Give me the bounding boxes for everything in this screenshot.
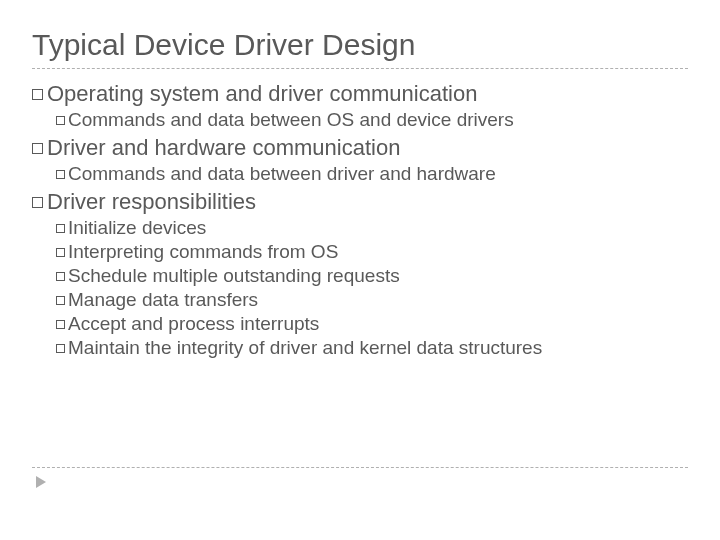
bullet-text: Driver and hardware communication: [47, 135, 400, 160]
square-bullet-icon: [56, 248, 65, 257]
bullet-text: Initialize devices: [68, 217, 206, 238]
square-bullet-icon: [56, 344, 65, 353]
bullet-text: Maintain the integrity of driver and ker…: [68, 337, 542, 358]
bullet-text: Operating system and driver communicatio…: [47, 81, 477, 106]
subbullet-schedule-requests: Schedule multiple outstanding requests: [56, 265, 688, 287]
square-bullet-icon: [56, 320, 65, 329]
bullet-text: Accept and process interrupts: [68, 313, 319, 334]
square-bullet-icon: [56, 272, 65, 281]
arrow-right-icon: [36, 476, 46, 488]
square-bullet-icon: [56, 296, 65, 305]
slide-footer: [32, 467, 688, 488]
square-bullet-icon: [32, 89, 43, 100]
slide: Typical Device Driver Design Operating s…: [0, 0, 720, 540]
title-divider: [32, 68, 688, 69]
subbullet-os-driver-cmds: Commands and data between OS and device …: [56, 109, 688, 131]
subbullet-process-interrupts: Accept and process interrupts: [56, 313, 688, 335]
subbullet-maintain-integrity: Maintain the integrity of driver and ker…: [56, 337, 688, 359]
bullet-text: Commands and data between driver and har…: [68, 163, 496, 184]
square-bullet-icon: [56, 224, 65, 233]
bullet-text: Driver responsibilities: [47, 189, 256, 214]
bullet-text: Schedule multiple outstanding requests: [68, 265, 400, 286]
slide-title: Typical Device Driver Design: [32, 28, 688, 62]
footer-divider: [32, 467, 688, 468]
subbullet-init-devices: Initialize devices: [56, 217, 688, 239]
bullet-text: Manage data transfers: [68, 289, 258, 310]
bullet-text: Commands and data between OS and device …: [68, 109, 514, 130]
square-bullet-icon: [56, 116, 65, 125]
subbullet-interpret-cmds: Interpreting commands from OS: [56, 241, 688, 263]
bullet-driver-responsibilities: Driver responsibilities: [32, 189, 688, 215]
bullet-driver-hw-comm: Driver and hardware communication: [32, 135, 688, 161]
bullet-text: Interpreting commands from OS: [68, 241, 338, 262]
bullet-os-driver-comm: Operating system and driver communicatio…: [32, 81, 688, 107]
square-bullet-icon: [56, 170, 65, 179]
square-bullet-icon: [32, 197, 43, 208]
subbullet-manage-transfers: Manage data transfers: [56, 289, 688, 311]
square-bullet-icon: [32, 143, 43, 154]
subbullet-driver-hw-cmds: Commands and data between driver and har…: [56, 163, 688, 185]
